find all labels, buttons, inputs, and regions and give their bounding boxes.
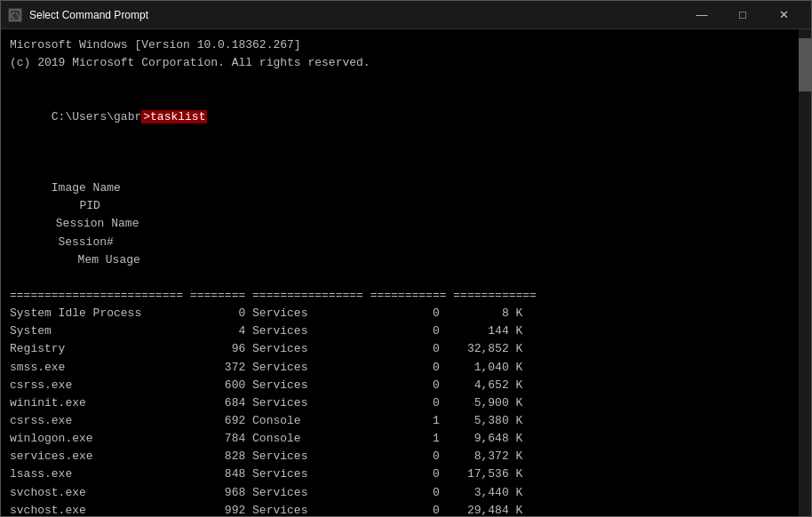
intro-line-2: (c) 2019 Microsoft Corporation. All righ… xyxy=(10,54,802,72)
scrollbar[interactable] xyxy=(799,29,811,516)
table-row: svchost.exe 968 Services 0 3,440 K xyxy=(10,484,802,502)
table-header: Image Name PID Session Name Session# Mem… xyxy=(10,162,802,287)
table-row: services.exe 828 Services 0 8,372 K xyxy=(10,448,802,465)
table-row: Registry 96 Services 0 32,852 K xyxy=(10,340,802,358)
col-header-pid: PID xyxy=(52,197,100,215)
col-header-snum: Session# xyxy=(52,234,114,251)
svg-text:C\: C\ xyxy=(11,12,20,20)
maximize-button[interactable]: □ xyxy=(722,1,763,29)
close-button[interactable]: ✕ xyxy=(763,1,804,29)
table-row: csrss.exe 600 Services 0 4,652 K xyxy=(10,377,802,394)
col-header-mem: Mem Usage xyxy=(52,251,140,269)
col-header-session: Session Name xyxy=(52,215,145,233)
table-row: wininit.exe 684 Services 0 5,900 K xyxy=(10,394,802,412)
table-row: csrss.exe 692 Console 1 5,380 K xyxy=(10,412,802,430)
blank-line-2 xyxy=(10,144,802,162)
col-header-image: Image Name xyxy=(52,179,229,197)
table-row: System Idle Process 0 Services 0 8 K xyxy=(10,305,802,322)
terminal-content[interactable]: Microsoft Windows [Version 10.0.18362.26… xyxy=(1,29,811,516)
table-row: lsass.exe 848 Services 0 17,536 K xyxy=(10,465,802,483)
table-row: winlogon.exe 784 Console 1 9,648 K xyxy=(10,430,802,448)
titlebar: C\ Select Command Prompt — □ ✕ xyxy=(1,1,811,29)
separator-line: ========================= ======== =====… xyxy=(10,287,802,305)
window-title: Select Command Prompt xyxy=(29,9,681,21)
process-table: System Idle Process 0 Services 0 8 KSyst… xyxy=(10,305,802,516)
window-icon: C\ xyxy=(8,8,22,22)
prompt-text: C:\Users\gabr xyxy=(52,110,141,123)
prompt-line: C:\Users\gabr>tasklist xyxy=(10,90,802,143)
minimize-button[interactable]: — xyxy=(681,1,722,29)
command-prompt-window: C\ Select Command Prompt — □ ✕ Microsoft… xyxy=(0,0,812,517)
scrollbar-thumb[interactable] xyxy=(799,38,811,91)
table-row: smss.exe 372 Services 0 1,040 K xyxy=(10,359,802,377)
intro-line-1: Microsoft Windows [Version 10.0.18362.26… xyxy=(10,36,802,54)
table-row: svchost.exe 992 Services 0 29,484 K xyxy=(10,502,802,516)
command-highlight: >tasklist xyxy=(141,110,207,123)
blank-line-1 xyxy=(10,72,802,90)
window-controls: — □ ✕ xyxy=(681,1,804,29)
table-row: System 4 Services 0 144 K xyxy=(10,322,802,340)
